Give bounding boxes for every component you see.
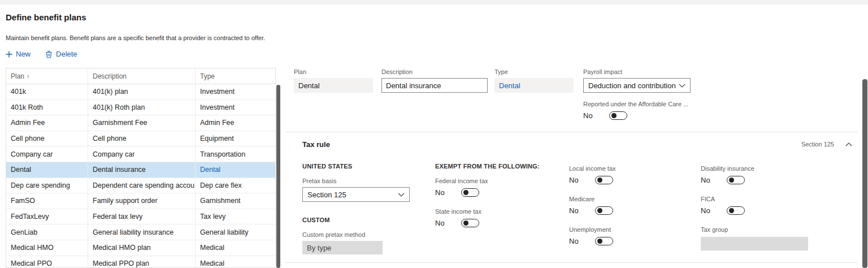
tax-group-label: Tax group <box>701 226 808 233</box>
table-row[interactable]: Admin Fee Garnishment Fee Admin Fee <box>6 115 275 131</box>
cell-plan: Admin Fee <box>6 115 88 131</box>
toggle-knob <box>463 190 468 195</box>
cell-plan: 401k <box>6 84 88 100</box>
unemployment-label: Unemployment <box>569 226 676 233</box>
table-row[interactable]: 401k Roth 401(k) Roth plan Investment <box>6 100 275 116</box>
medicare-label: Medicare <box>569 196 676 202</box>
unemployment-toggle[interactable] <box>595 237 613 245</box>
tax-rule-column-exempt: EXEMPT FROM THE FOLLOWING: Federal incom… <box>435 163 542 239</box>
tax-rule-title: Tax rule <box>302 140 330 149</box>
table-row[interactable]: FamSO Family support order Garnishment <box>6 193 275 209</box>
description-input[interactable] <box>381 78 488 93</box>
disability-insurance-toggle[interactable] <box>727 176 745 184</box>
cell-type: Dental <box>196 162 275 178</box>
toggle-knob <box>729 208 734 213</box>
grid-scrollbar-thumb[interactable] <box>276 85 280 268</box>
cell-plan: Dep care spending <box>6 178 88 193</box>
cell-description: Federal tax levy <box>88 209 196 224</box>
cell-type: Investment <box>196 84 275 100</box>
cell-description: 401(k) plan <box>88 84 196 100</box>
federal-income-tax-toggle[interactable] <box>461 188 479 197</box>
type-link[interactable]: Dental <box>494 78 574 93</box>
column-header-plan[interactable]: Plan ↑ <box>6 68 88 84</box>
fica-item: FICA No <box>701 196 808 215</box>
table-row[interactable]: Cell phone Cell phone Equipment <box>6 131 275 147</box>
toggle-knob <box>597 239 602 244</box>
aca-toggle-value: No <box>583 111 609 120</box>
plan-input[interactable]: Dental <box>294 78 373 93</box>
cell-type: Transportation <box>196 146 275 162</box>
tax-rule-column-4: Disability insurance No FICA No Tax grou… <box>701 165 808 262</box>
collapse-section-button[interactable] <box>845 142 852 146</box>
disability-insurance-value: No <box>701 176 727 184</box>
payroll-impact-value: Deduction and contribution <box>588 81 676 90</box>
table-row[interactable]: Medical PPO Medical PPO plan Medical <box>6 256 275 268</box>
table-row[interactable]: Medical HMO Medical HMO plan Medical <box>6 240 275 256</box>
local-income-tax-item: Local income tax No <box>569 165 676 184</box>
cell-type: Garnishment <box>196 193 275 209</box>
aca-toggle[interactable] <box>609 111 627 120</box>
column-header-plan-label: Plan <box>11 72 24 80</box>
medicare-item: Medicare No <box>569 196 676 215</box>
aca-label: Reported under the Affordable Care ... <box>583 101 719 107</box>
custom-pretax-method-input: By type <box>302 241 383 254</box>
cell-plan: Cell phone <box>6 131 88 146</box>
cell-description: Medical PPO plan <box>88 256 196 268</box>
trash-icon <box>45 50 53 58</box>
section-divider <box>285 132 858 132</box>
tax-group-item: Tax group <box>701 226 808 250</box>
tax-group-input <box>701 237 808 250</box>
table-row[interactable]: 401k 401(k) plan Investment <box>6 84 275 100</box>
cell-type: Tax levy <box>196 209 275 224</box>
cell-plan: FamSO <box>6 193 88 209</box>
cell-description: Family support order <box>88 193 196 209</box>
medicare-toggle[interactable] <box>595 206 613 215</box>
chevron-up-icon <box>845 142 852 146</box>
define-benefit-plans-page: Define benefit plans Maintain benefit pl… <box>0 0 868 268</box>
medicare-value: No <box>569 206 595 215</box>
page-subtitle: Maintain benefit plans. Benefit plans ar… <box>6 34 265 41</box>
table-row[interactable]: Dep care spending Dependent care spendin… <box>6 178 275 194</box>
state-income-tax-toggle[interactable] <box>461 219 479 227</box>
new-button-label: New <box>16 50 31 58</box>
table-row[interactable]: Company car Company car Transportation <box>6 146 275 162</box>
fica-value: No <box>701 206 727 215</box>
toggle-knob <box>729 178 734 183</box>
column-header-type[interactable]: Type <box>196 68 275 84</box>
table-row-selected[interactable]: Dental Dental insurance Dental <box>6 162 275 178</box>
table-row[interactable]: GenLiab General liability insurance Gene… <box>6 224 275 240</box>
plan-field: Plan Dental <box>294 68 373 93</box>
local-income-tax-label: Local income tax <box>569 165 676 172</box>
page-scrollbar-thumb[interactable] <box>862 79 867 268</box>
cell-type: Equipment <box>196 131 275 146</box>
cell-plan: FedTaxLevy <box>6 209 88 224</box>
plus-icon <box>6 51 12 58</box>
tax-rule-section-header[interactable]: Tax rule Section 125 <box>285 138 858 150</box>
local-income-tax-toggle[interactable] <box>595 176 613 184</box>
sort-ascending-icon: ↑ <box>27 73 30 80</box>
delete-button-label: Delete <box>56 50 77 58</box>
custom-pretax-method-label: Custom pretax method <box>302 231 410 238</box>
cell-plan: Dental <box>6 162 88 178</box>
pretax-basis-select[interactable]: Section 125 <box>302 187 410 202</box>
chevron-down-icon <box>398 193 405 197</box>
column-header-description[interactable]: Description <box>88 68 196 84</box>
pretax-basis-label: Pretax basis <box>302 178 410 184</box>
new-button[interactable]: New <box>6 50 31 58</box>
description-field-label: Description <box>381 68 488 75</box>
cell-type: Medical <box>196 240 275 256</box>
payroll-impact-field: Payroll impact Deduction and contributio… <box>583 68 691 93</box>
table-row[interactable]: FedTaxLevy Federal tax levy Tax levy <box>6 209 275 225</box>
cell-type: Admin Fee <box>196 115 275 131</box>
state-income-tax-label: State income tax <box>435 208 542 215</box>
cell-description: Dependent care spending accou... <box>88 178 196 193</box>
tax-rule-column-us: UNITED STATES Pretax basis Section 125 C… <box>302 163 410 254</box>
payroll-impact-select[interactable]: Deduction and contribution <box>583 78 691 93</box>
fica-toggle[interactable] <box>727 206 745 215</box>
delete-button[interactable]: Delete <box>45 50 77 58</box>
page-title: Define benefit plans <box>6 12 86 22</box>
tax-rule-summary: Section 125 <box>801 141 834 148</box>
cell-type: Medical <box>196 256 275 268</box>
cell-description: Garnishment Fee <box>88 115 196 131</box>
payroll-impact-label: Payroll impact <box>583 68 691 75</box>
